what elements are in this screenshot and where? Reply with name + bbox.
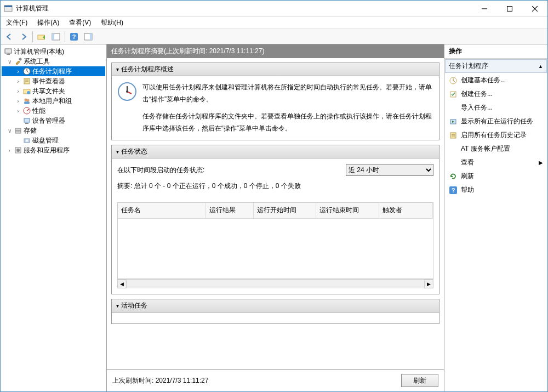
overview-panel: ▾ 任务计划程序概述 可以使用任务计划程序来创建和管理计算机将在所指定的时间自动… bbox=[111, 63, 439, 140]
task-table[interactable]: 任务名 运行结果 运行开始时间 运行结束时间 触发者 bbox=[117, 202, 433, 279]
action-create-task-label: 创建任务... bbox=[461, 89, 493, 99]
tree-disk-mgmt[interactable]: 磁盘管理 bbox=[2, 135, 105, 145]
refresh-icon bbox=[449, 172, 458, 181]
tree-pane[interactable]: 计算机管理(本地) ∨ 系统工具 › 任务计划程序 › 事件查看器 › 共享文件… bbox=[1, 44, 107, 391]
col-task-name[interactable]: 任务名 bbox=[118, 203, 206, 218]
action-create-basic-task[interactable]: 创建基本任务... bbox=[444, 73, 547, 87]
status-label: 在以下时间段启动的任务状态: bbox=[117, 164, 204, 177]
history-icon bbox=[449, 131, 458, 140]
wizard-icon bbox=[449, 76, 458, 85]
center-body[interactable]: ▾ 任务计划程序概述 可以使用任务计划程序来创建和管理计算机将在所指定的时间自动… bbox=[107, 58, 444, 369]
tree-device-manager[interactable]: 设备管理器 bbox=[2, 116, 105, 126]
svg-text:?: ? bbox=[452, 187, 455, 194]
svg-rect-28 bbox=[24, 118, 30, 122]
action-help[interactable]: ? 帮助 bbox=[444, 183, 547, 197]
status-period-select[interactable]: 近 24 小时 bbox=[346, 164, 433, 176]
active-tasks-body bbox=[112, 313, 439, 323]
action-create-task[interactable]: 创建任务... bbox=[444, 87, 547, 101]
refresh-button[interactable]: 刷新 bbox=[401, 374, 438, 387]
svg-rect-8 bbox=[52, 33, 54, 40]
svg-rect-13 bbox=[5, 49, 12, 53]
action-view[interactable]: 查看 ▶ bbox=[444, 156, 547, 169]
action-create-basic-label: 创建基本任务... bbox=[461, 76, 506, 85]
active-tasks-title: 活动任务 bbox=[121, 301, 147, 310]
action-show-running[interactable]: 显示所有正在运行的任务 bbox=[444, 115, 547, 128]
close-button[interactable] bbox=[522, 1, 547, 17]
clock-icon bbox=[22, 67, 31, 76]
collapse-icon: ▾ bbox=[116, 303, 119, 309]
center-footer: 上次刷新时间: 2021/7/3 11:11:27 刷新 bbox=[107, 369, 444, 391]
scroll-track[interactable] bbox=[127, 280, 424, 288]
show-hide-action-button[interactable] bbox=[82, 30, 95, 43]
tree-event-viewer[interactable]: › 事件查看器 bbox=[2, 76, 105, 86]
overview-text-2: 任务存储在任务计划程序库的文件夹中。若要查看单独任务上的操作或执行该操作，请在任… bbox=[142, 111, 433, 134]
app-icon bbox=[4, 4, 13, 13]
show-hide-tree-button[interactable] bbox=[49, 30, 62, 43]
expand-icon[interactable]: › bbox=[15, 78, 21, 84]
tree-system-tools-label: 系统工具 bbox=[24, 57, 50, 66]
menubar: 文件(F) 操作(A) 查看(V) 帮助(H) bbox=[1, 17, 547, 29]
collapse-icon[interactable]: ∨ bbox=[6, 128, 13, 134]
action-help-label: 帮助 bbox=[461, 185, 474, 195]
tree-root-label: 计算机管理(本地) bbox=[14, 47, 64, 56]
svg-rect-14 bbox=[7, 54, 10, 55]
maximize-button[interactable] bbox=[497, 1, 522, 17]
horizontal-scrollbar[interactable]: ◀ ▶ bbox=[117, 279, 433, 288]
menu-view[interactable]: 查看(V) bbox=[67, 17, 93, 29]
expand-icon[interactable]: › bbox=[15, 88, 21, 94]
svg-point-15 bbox=[19, 58, 22, 61]
action-refresh[interactable]: 刷新 bbox=[444, 169, 547, 183]
center-pane: 任务计划程序摘要(上次刷新时间: 2021/7/3 11:11:27) ▾ 任务… bbox=[107, 44, 444, 391]
svg-rect-1 bbox=[4, 5, 12, 7]
help-button[interactable]: ? bbox=[67, 30, 81, 43]
active-tasks-header[interactable]: ▾ 活动任务 bbox=[112, 299, 439, 313]
back-button[interactable] bbox=[3, 30, 16, 43]
main-area: 计算机管理(本地) ∨ 系统工具 › 任务计划程序 › 事件查看器 › 共享文件… bbox=[1, 44, 547, 391]
forward-button[interactable] bbox=[17, 30, 30, 43]
tree-performance[interactable]: › 性能 bbox=[2, 106, 105, 116]
up-button[interactable] bbox=[35, 30, 48, 43]
col-end[interactable]: 运行结束时间 bbox=[316, 203, 379, 218]
tree-storage[interactable]: ∨ 存储 bbox=[2, 126, 105, 135]
action-enable-history[interactable]: 启用所有任务历史记录 bbox=[444, 128, 547, 142]
action-at-service[interactable]: AT 服务帐户配置 bbox=[444, 142, 547, 156]
menu-file[interactable]: 文件(F) bbox=[4, 17, 30, 29]
col-trigger[interactable]: 触发者 bbox=[379, 203, 433, 218]
minimize-button[interactable] bbox=[472, 1, 497, 17]
action-show-running-label: 显示所有正在运行的任务 bbox=[461, 117, 533, 126]
collapse-icon: ▾ bbox=[116, 66, 119, 72]
menu-action[interactable]: 操作(A) bbox=[35, 17, 61, 29]
scroll-right-icon[interactable]: ▶ bbox=[424, 280, 433, 288]
expand-icon[interactable]: › bbox=[6, 147, 13, 154]
status-body: 在以下时间段启动的任务状态: 近 24 小时 摘要: 总计 0 个 - 0 个正… bbox=[112, 158, 439, 294]
tree-shared-folders-label: 共享文件夹 bbox=[32, 87, 65, 96]
expand-icon[interactable]: › bbox=[15, 98, 21, 104]
expand-icon[interactable]: › bbox=[15, 69, 21, 75]
overview-panel-header[interactable]: ▾ 任务计划程序概述 bbox=[112, 63, 439, 76]
col-result[interactable]: 运行结果 bbox=[206, 203, 253, 218]
tree-task-scheduler[interactable]: › 任务计划程序 bbox=[2, 66, 105, 76]
overview-text-1: 可以使用任务计划程序来创建和管理计算机将在所指定的时间自动执行的常见任务。若要开… bbox=[142, 82, 433, 105]
status-panel-header[interactable]: ▾ 任务状态 bbox=[112, 145, 439, 158]
actions-section-label: 任务计划程序 bbox=[449, 61, 488, 71]
tree-local-users[interactable]: › 本地用户和组 bbox=[2, 96, 105, 106]
menu-help[interactable]: 帮助(H) bbox=[99, 17, 125, 29]
action-refresh-label: 刷新 bbox=[461, 172, 474, 181]
folder-share-icon bbox=[22, 87, 31, 95]
scroll-left-icon[interactable]: ◀ bbox=[117, 280, 127, 288]
expand-icon[interactable]: › bbox=[15, 108, 21, 114]
tree-services-apps[interactable]: › 服务和应用程序 bbox=[2, 145, 105, 155]
col-start[interactable]: 运行开始时间 bbox=[253, 203, 316, 218]
overview-body: 可以使用任务计划程序来创建和管理计算机将在所指定的时间自动执行的常见任务。若要开… bbox=[112, 76, 439, 140]
action-view-label: 查看 bbox=[461, 158, 474, 167]
collapse-icon[interactable]: ∨ bbox=[6, 59, 13, 65]
tree-system-tools[interactable]: ∨ 系统工具 bbox=[2, 56, 105, 66]
svg-rect-19 bbox=[24, 78, 30, 84]
toolbar-separator bbox=[32, 31, 33, 42]
actions-section-header[interactable]: 任务计划程序 ▲ bbox=[445, 59, 547, 73]
action-import-task[interactable]: 导入任务... bbox=[444, 101, 547, 115]
tree-root[interactable]: 计算机管理(本地) bbox=[2, 47, 105, 56]
svg-rect-43 bbox=[450, 133, 456, 138]
tree-shared-folders[interactable]: › 共享文件夹 bbox=[2, 86, 105, 96]
services-icon bbox=[14, 146, 22, 155]
